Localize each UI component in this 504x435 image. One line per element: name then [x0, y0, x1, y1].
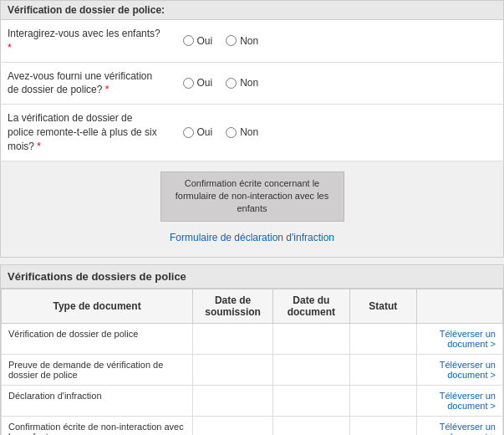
doc-name-1: Vérification de dossier de police	[2, 323, 193, 354]
question-options-3: Oui Non	[168, 105, 504, 161]
status-3	[349, 385, 416, 416]
action-col-2: Téléverser un document >	[416, 354, 502, 385]
documents-table: Type de document Date de soumission Date…	[1, 289, 503, 435]
document-date-1	[273, 323, 350, 354]
action-col-3: Téléverser un document >	[416, 385, 502, 416]
question-text-2: Avez-vous fourni une vérification de dos…	[8, 70, 152, 96]
question-options-1: Oui Non	[168, 20, 504, 62]
documents-header: Vérifications de dossiers de police	[1, 265, 503, 289]
document-date-3	[273, 385, 350, 416]
submission-date-4	[193, 416, 273, 435]
non-label-2: Non	[240, 77, 258, 89]
question-row-3: La vérification de dossier de police rem…	[1, 105, 504, 161]
question-row-2: Avez-vous fourni une vérification de dos…	[1, 62, 504, 105]
radio-group-2: Oui Non	[175, 77, 497, 89]
oui-option-3[interactable]: Oui	[183, 126, 213, 138]
question-label-1: Interagirez-vous avec les enfants? *	[1, 20, 168, 62]
oui-option-1[interactable]: Oui	[183, 35, 213, 47]
documents-section: Vérifications de dossiers de police Type…	[0, 264, 504, 435]
status-4	[349, 416, 416, 435]
non-label-1: Non	[240, 35, 258, 47]
document-date-4	[273, 416, 350, 435]
question-text-3: La vérification de dossier de police rem…	[8, 112, 157, 152]
declaration-link[interactable]: Formulaire de déclaration d'infraction	[170, 228, 334, 247]
oui-label-2: Oui	[197, 77, 213, 89]
non-option-2[interactable]: Non	[226, 77, 258, 89]
doc-table-header-row: Type de document Date de soumission Date…	[2, 289, 503, 323]
upload-link-1[interactable]: Téléverser un document >	[440, 329, 496, 349]
radio-group-1: Oui Non	[175, 35, 497, 47]
doc-row-2: Preuve de demande de vérification de dos…	[2, 354, 503, 385]
col-document-date: Date du document	[273, 289, 350, 323]
col-submission-date: Date de soumission	[193, 289, 273, 323]
col-doc-type: Type de document	[2, 289, 193, 323]
radio-oui-1[interactable]	[183, 35, 194, 46]
non-option-1[interactable]: Non	[226, 35, 258, 47]
required-marker-3: *	[37, 141, 41, 152]
col-action	[416, 289, 502, 323]
doc-name-2: Preuve de demande de vérification de dos…	[2, 354, 193, 385]
submission-date-1	[193, 323, 273, 354]
oui-label-3: Oui	[197, 126, 213, 138]
action-buttons-area: Confirmation écrite concernant le formul…	[0, 161, 504, 258]
status-1	[349, 323, 416, 354]
radio-non-1[interactable]	[226, 35, 237, 46]
action-col-4: Téléverser un document >	[416, 416, 502, 435]
upload-link-2[interactable]: Téléverser un document >	[440, 360, 496, 380]
question-label-3: La vérification de dossier de police rem…	[1, 105, 168, 161]
radio-non-3[interactable]	[226, 127, 237, 138]
radio-oui-2[interactable]	[183, 78, 194, 89]
question-label-2: Avez-vous fourni une vérification de dos…	[1, 62, 168, 105]
upload-link-3[interactable]: Téléverser un document >	[440, 391, 496, 411]
upload-link-4[interactable]: Téléverser un document >	[440, 422, 496, 435]
confirmation-button[interactable]: Confirmation écrite concernant le formul…	[160, 171, 344, 222]
non-option-3[interactable]: Non	[226, 126, 258, 138]
col-status: Statut	[349, 289, 416, 323]
radio-oui-3[interactable]	[183, 127, 194, 138]
status-2	[349, 354, 416, 385]
page-wrapper: Vérification de dossier de police: Inter…	[0, 0, 504, 435]
required-marker-1: *	[8, 42, 12, 54]
submission-date-2	[193, 354, 273, 385]
question-row-1: Interagirez-vous avec les enfants? * Oui…	[1, 20, 504, 62]
doc-name-3: Déclaration d'infraction	[2, 385, 193, 416]
radio-group-3: Oui Non	[175, 126, 497, 138]
non-label-3: Non	[240, 126, 258, 138]
questions-table: Interagirez-vous avec les enfants? * Oui…	[0, 20, 504, 161]
doc-row-4: Confirmation écrite de non-interaction a…	[2, 416, 503, 435]
action-col-1: Téléverser un document >	[416, 323, 502, 354]
police-check-header: Vérification de dossier de police:	[0, 0, 504, 20]
doc-row-3: Déclaration d'infractionTéléverser un do…	[2, 385, 503, 416]
question-text-1: Interagirez-vous avec les enfants?	[8, 28, 160, 39]
doc-row-1: Vérification de dossier de policeTéléver…	[2, 323, 503, 354]
required-marker-2: *	[105, 84, 109, 95]
document-date-2	[273, 354, 350, 385]
question-options-2: Oui Non	[168, 62, 504, 105]
doc-name-4: Confirmation écrite de non-interaction a…	[2, 416, 193, 435]
submission-date-3	[193, 385, 273, 416]
oui-label-1: Oui	[197, 35, 213, 47]
oui-option-2[interactable]: Oui	[183, 77, 213, 89]
radio-non-2[interactable]	[226, 78, 237, 89]
